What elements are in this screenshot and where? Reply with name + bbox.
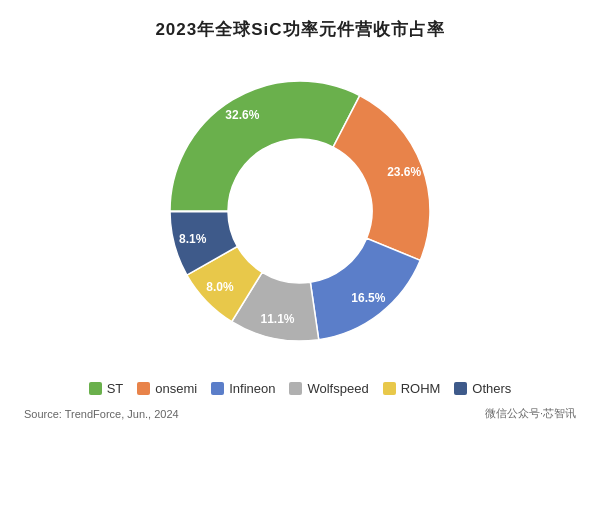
svg-text:11.1%: 11.1% [260, 312, 294, 326]
legend-item: onsemi [137, 381, 197, 396]
svg-text:16.5%: 16.5% [351, 291, 385, 305]
legend-item: ST [89, 381, 124, 396]
legend-label: Infineon [229, 381, 275, 396]
legend-item: Others [454, 381, 511, 396]
legend-swatch [211, 382, 224, 395]
legend-swatch [454, 382, 467, 395]
legend-item: Wolfspeed [289, 381, 368, 396]
source-text: Source: TrendForce, Jun., 2024 [24, 408, 179, 420]
chart-footer: Source: TrendForce, Jun., 2024 微信公众号·芯智讯 [20, 406, 580, 421]
chart-title: 2023年全球SiC功率元件营收市占率 [155, 18, 444, 41]
wechat-badge: 微信公众号·芯智讯 [485, 406, 576, 421]
legend-item: Infineon [211, 381, 275, 396]
chart-legend: STonsemiInfineonWolfspeedROHMOthers [20, 381, 580, 396]
chart-container: 2023年全球SiC功率元件营收市占率 TRENDFORCE 32.6%23.6… [0, 0, 600, 508]
legend-swatch [137, 382, 150, 395]
legend-item: ROHM [383, 381, 441, 396]
svg-text:32.6%: 32.6% [225, 108, 259, 122]
legend-label: Others [472, 381, 511, 396]
legend-label: Wolfspeed [307, 381, 368, 396]
legend-label: ST [107, 381, 124, 396]
svg-text:8.1%: 8.1% [179, 232, 207, 246]
donut-chart: TRENDFORCE 32.6%23.6%16.5%11.1%8.0%8.1% [130, 51, 470, 371]
legend-label: onsemi [155, 381, 197, 396]
svg-text:23.6%: 23.6% [387, 165, 421, 179]
legend-swatch [289, 382, 302, 395]
legend-swatch [383, 382, 396, 395]
legend-swatch [89, 382, 102, 395]
legend-label: ROHM [401, 381, 441, 396]
svg-text:8.0%: 8.0% [206, 280, 234, 294]
svg-point-7 [228, 139, 372, 283]
